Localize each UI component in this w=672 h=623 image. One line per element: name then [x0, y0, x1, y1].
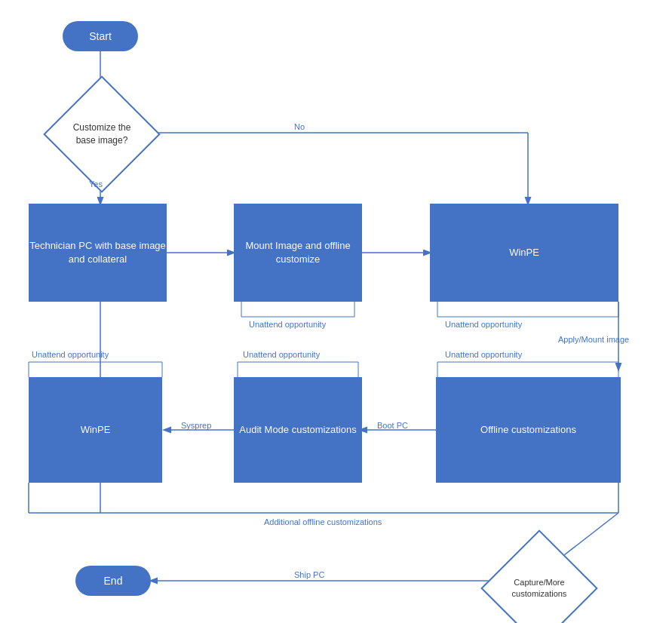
end-node: End	[75, 566, 151, 596]
additional-offline-label: Additional offline customizations	[264, 517, 382, 526]
unattend-label-1: Unattend opportunity	[249, 320, 326, 329]
yes-label: Yes	[89, 180, 103, 189]
flowchart-diagram: Start Customize the base image? Yes No T…	[0, 0, 672, 623]
box-winpe-top: WinPE	[430, 204, 618, 302]
box-offline-customizations: Offline customizations	[436, 377, 621, 483]
unattend-label-2: Unattend opportunity	[445, 320, 522, 329]
apply-mount-label: Apply/Mount image	[558, 335, 629, 344]
ship-pc-label: Ship PC	[294, 570, 324, 579]
box-audit-mode: Audit Mode customizations	[234, 377, 362, 483]
no-label: No	[294, 122, 305, 131]
box-technician-pc: Technician PC with base image and collat…	[29, 204, 167, 302]
diamond-customize: Customize the base image?	[57, 89, 147, 180]
unattend-label-3: Unattend opportunity	[32, 350, 109, 359]
unattend-label-5: Unattend opportunity	[445, 350, 522, 359]
boot-pc-label: Boot PC	[377, 421, 408, 430]
box-winpe-bottom: WinPE	[29, 377, 162, 483]
diamond-capture: Capture/More customizations	[494, 543, 585, 623]
sysprep-label: Sysprep	[181, 421, 211, 430]
diamond-customize-text: Customize the base image?	[72, 121, 132, 147]
box-mount-image: Mount Image and offline customize	[234, 204, 362, 302]
unattend-label-4: Unattend opportunity	[243, 350, 320, 359]
start-node: Start	[63, 21, 138, 51]
diamond-capture-text: Capture/More customizations	[511, 577, 568, 600]
